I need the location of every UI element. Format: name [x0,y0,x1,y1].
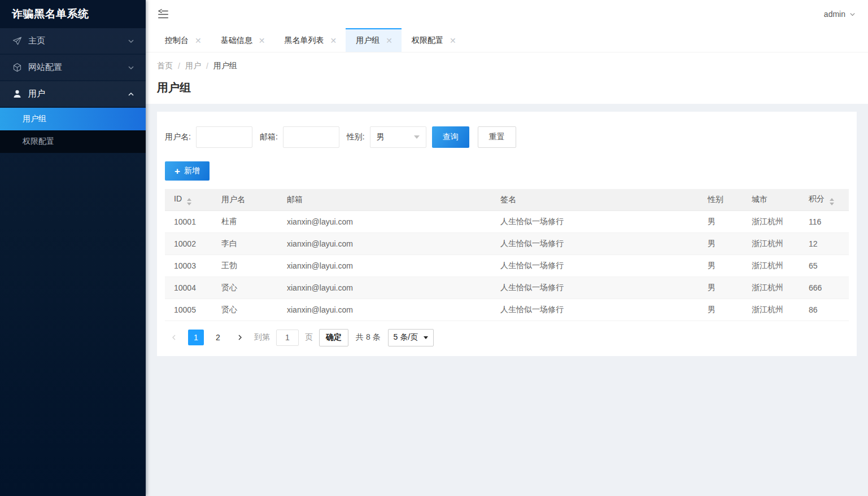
page-title: 用户组 [157,80,857,95]
tab-label: 黑名单列表 [284,36,324,46]
user-menu[interactable]: admin [824,10,856,19]
cell-id: 10001 [165,210,212,232]
tab-console[interactable]: 控制台 ✕ [155,28,211,52]
tab-label: 控制台 [165,36,189,46]
email-input[interactable] [283,126,339,148]
table-row: 10001 杜甫 xianxin@layui.com 人生恰似一场修行 男 浙江… [165,210,849,232]
cell-signature: 人生恰似一场修行 [491,299,699,321]
col-label: 城市 [752,195,767,204]
page-button-1[interactable]: 1 [188,330,204,345]
add-button[interactable]: + 新增 [165,161,210,181]
close-icon[interactable]: ✕ [386,37,392,45]
add-button-label: 新增 [184,166,200,176]
cell-city: 浙江杭州 [743,299,800,321]
table-row: 10005 贤心 xianxin@layui.com 人生恰似一场修行 男 浙江… [165,299,849,321]
user-table: ID 用户名 邮箱 签名 性别 城市 积分 10001 杜甫 xianxin@l… [165,189,849,321]
tab-permission-config[interactable]: 权限配置 ✕ [402,28,465,52]
gender-select[interactable]: 男 [370,126,426,148]
col-label: ID [174,194,182,203]
username-label: admin [824,10,845,19]
cell-email: xianxin@layui.com [278,299,491,321]
col-header-id: ID [165,189,212,210]
cell-username: 贤心 [212,276,278,299]
breadcrumb-separator: / [178,62,180,71]
close-icon[interactable]: ✕ [330,37,337,45]
sort-icon[interactable] [187,198,191,205]
cell-id: 10003 [165,254,212,276]
cell-score: 116 [800,210,849,232]
search-button[interactable]: 查询 [432,126,469,148]
tab-blacklist[interactable]: 黑名单列表 ✕ [274,28,346,52]
confirm-page-button[interactable]: 确定 [319,329,348,346]
col-label: 积分 [809,194,825,203]
username-filter-group: 用户名: [165,126,252,148]
total-count-label: 共 8 条 [356,332,381,343]
sidebar-item-user-group[interactable]: 用户组 [0,108,146,130]
breadcrumb-user[interactable]: 用户 [185,61,201,71]
cell-gender: 男 [699,232,743,254]
tab-basic-info[interactable]: 基础信息 ✕ [211,28,274,52]
close-icon[interactable]: ✕ [450,37,456,45]
username-label: 用户名: [165,132,191,142]
cell-city: 浙江杭州 [743,254,800,276]
goto-page-unit: 页 [305,332,313,343]
col-header-email: 邮箱 [278,189,491,210]
table-row: 10004 贤心 xianxin@layui.com 人生恰似一场修行 男 浙江… [165,276,849,299]
open-tabs-bar: 控制台 ✕ 基础信息 ✕ 黑名单列表 ✕ 用户组 ✕ 权限配置 ✕ [146,28,868,52]
reset-button[interactable]: 重置 [478,126,516,148]
cell-gender: 男 [699,276,743,299]
gender-filter-group: 性别: 男 [347,126,426,148]
cell-username: 贤心 [212,299,278,321]
prev-page-button[interactable] [166,330,182,345]
dropdown-arrow-icon [424,336,428,339]
cell-id: 10004 [165,276,212,299]
cell-city: 浙江杭州 [743,276,800,299]
col-header-score: 积分 [800,189,849,210]
sidebar-item-label: 主页 [28,36,45,46]
tab-user-group[interactable]: 用户组 ✕ [346,28,402,52]
col-label: 签名 [500,195,516,204]
fold-menu-icon[interactable] [157,8,169,20]
table-row: 10002 李白 xianxin@layui.com 人生恰似一场修行 男 浙江… [165,232,849,254]
col-header-gender: 性别 [699,189,743,210]
top-header: admin [146,0,868,28]
chevron-right-icon [237,334,243,341]
page-head: 首页 / 用户 / 用户组 用户组 [146,52,868,104]
cell-score: 65 [800,254,849,276]
sidebar-item-site-config[interactable]: 网站配置 [0,55,146,80]
username-input[interactable] [196,126,252,148]
cell-gender: 男 [699,254,743,276]
goto-page-label: 到第 [254,332,270,343]
page-button-2[interactable]: 2 [210,330,226,345]
cell-score: 86 [800,299,849,321]
cell-signature: 人生恰似一场修行 [491,232,699,254]
page-size-select[interactable]: 5 条/页 [388,329,434,346]
cell-signature: 人生恰似一场修行 [491,210,699,232]
content-area: 用户名: 邮箱: 性别: 男 查询 重置 [146,104,868,496]
tab-label: 基础信息 [221,36,252,46]
email-label: 邮箱: [260,132,278,142]
goto-page-input[interactable] [276,330,299,346]
table-header-row: ID 用户名 邮箱 签名 性别 城市 积分 [165,189,849,210]
close-icon[interactable]: ✕ [259,37,265,45]
next-page-button[interactable] [232,330,248,345]
tab-label: 权限配置 [412,36,443,46]
cell-username: 杜甫 [212,210,278,232]
gender-label: 性别: [347,132,365,142]
sidebar-item-label: 用户 [28,89,45,99]
sidebar-item-permission-config[interactable]: 权限配置 [0,130,146,153]
close-icon[interactable]: ✕ [195,37,202,45]
sidebar-item-label: 网站配置 [28,62,62,73]
cell-signature: 人生恰似一场修行 [491,276,699,299]
breadcrumb-current: 用户组 [213,61,237,71]
breadcrumb-separator: / [206,62,208,71]
chevron-down-icon [128,64,134,71]
breadcrumb-home[interactable]: 首页 [157,61,173,71]
sort-icon[interactable] [830,198,834,205]
content-card: 用户名: 邮箱: 性别: 男 查询 重置 [157,112,857,356]
sidebar-item-user[interactable]: 用户 [0,81,146,107]
main-area: admin 控制台 ✕ 基础信息 ✕ 黑名单列表 ✕ 用户组 ✕ 权限配置 ✕ … [146,0,868,496]
sidebar-item-home[interactable]: 主页 [0,28,146,54]
cell-email: xianxin@layui.com [278,232,491,254]
breadcrumb: 首页 / 用户 / 用户组 [157,61,857,71]
